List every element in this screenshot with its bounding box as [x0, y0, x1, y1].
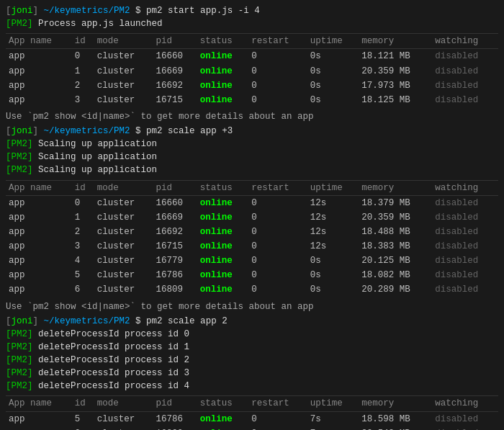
hint-1: Use `pm2 show <id|name>` to get more det… [6, 110, 498, 123]
th-id-1: id [72, 34, 94, 49]
table-row: app2cluster16692online00s17.973 MBdisabl… [6, 79, 498, 93]
th-watching-1: watching [432, 34, 498, 49]
table-2: App name id mode pid status restart upti… [6, 180, 498, 297]
th-uptime-1: uptime [307, 34, 359, 49]
bracket-open-2: [ [6, 126, 12, 136]
cmd-2: $ pm2 scale app +3 [135, 126, 233, 136]
section-2: [joni] ~/keymetrics/PM2 $ pm2 scale app … [6, 125, 498, 313]
prompt-line-2: [joni] ~/keymetrics/PM2 $ pm2 scale app … [6, 125, 498, 138]
output-3-line-1: [PM2] deleteProcessId process id 0 [6, 328, 498, 341]
th-appname-3: App name [6, 396, 72, 411]
th-watching-2: watching [432, 180, 498, 195]
hint-2: Use `pm2 show <id|name>` to get more det… [6, 300, 498, 313]
th-restart-1: restart [248, 34, 307, 49]
table-1-header-row: App name id mode pid status restart upti… [6, 34, 498, 49]
terminal-window: [joni] ~/keymetrics/PM2 $ pm2 start app.… [6, 4, 498, 430]
pm2-tag-1: [PM2] [6, 19, 33, 29]
th-mode-3: mode [94, 396, 153, 411]
table-row: app2cluster16692online012s18.488 MBdisab… [6, 225, 498, 239]
prompt-line-1: [joni] ~/keymetrics/PM2 $ pm2 start app.… [6, 4, 498, 17]
output-2-line-1: [PM2] Scaling up application [6, 138, 498, 151]
table-2-header-row: App name id mode pid status restart upti… [6, 180, 498, 195]
bracket-close-1: ] [33, 6, 39, 16]
section-1: [joni] ~/keymetrics/PM2 $ pm2 start app.… [6, 4, 498, 123]
table-row: app5cluster16786online00s18.082 MBdisabl… [6, 268, 498, 282]
table-2-wrapper: App name id mode pid status restart upti… [6, 180, 498, 297]
th-memory-2: memory [359, 180, 432, 195]
table-3: App name id mode pid status restart upti… [6, 395, 498, 430]
table-row: app6cluster16809online07s20.543 MBdisabl… [6, 426, 498, 430]
output-3-line-3: [PM2] deleteProcessId process id 2 [6, 354, 498, 367]
th-status-1: status [197, 34, 249, 49]
table-row: app0cluster16660online00s18.121 MBdisabl… [6, 49, 498, 64]
output-text-1: Process app.js launched [38, 19, 163, 29]
bracket-close-2: ] [33, 126, 39, 136]
table-row: app3cluster16715online00s18.125 MBdisabl… [6, 93, 498, 107]
bracket-open-1: [ [6, 6, 12, 16]
th-memory-1: memory [359, 34, 432, 49]
th-status-3: status [197, 396, 249, 411]
th-id-2: id [72, 180, 94, 195]
prompt-line-3: [joni] ~/keymetrics/PM2 $ pm2 scale app … [6, 315, 498, 328]
th-appname-2: App name [6, 180, 72, 195]
table-row: app1cluster16669online012s20.359 MBdisab… [6, 210, 498, 225]
th-id-3: id [72, 396, 94, 411]
output-3-line-5: [PM2] deleteProcessId process id 4 [6, 380, 498, 393]
cmd-3: $ pm2 scale app 2 [135, 316, 228, 326]
th-status-2: status [197, 180, 249, 195]
output-3-line-2: [PM2] deleteProcessId process id 1 [6, 341, 498, 354]
output-2-line-2: [PM2] Scaling up application [6, 151, 498, 164]
table-1-wrapper: App name id mode pid status restart upti… [6, 33, 498, 107]
th-uptime-2: uptime [307, 180, 359, 195]
th-pid-1: pid [153, 34, 197, 49]
th-restart-3: restart [248, 396, 307, 411]
table-1: App name id mode pid status restart upti… [6, 33, 498, 107]
th-mode-1: mode [94, 34, 153, 49]
prompt-path-2: ~/keymetrics/PM2 [44, 126, 130, 136]
prompt-user-3: joni [12, 316, 33, 326]
th-appname-1: App name [6, 34, 72, 49]
th-pid-3: pid [153, 396, 197, 411]
cmd-1: $ pm2 start app.js -i 4 [135, 6, 260, 16]
table-row: app4cluster16779online00s20.125 MBdisabl… [6, 254, 498, 268]
output-2-line-3: [PM2] Scaling up application [6, 164, 498, 176]
output-3-line-4: [PM2] deleteProcessId process id 3 [6, 367, 498, 380]
table-row: app5cluster16786online07s18.598 MBdisabl… [6, 411, 498, 426]
table-3-header-row: App name id mode pid status restart upti… [6, 396, 498, 411]
prompt-user-2: joni [12, 126, 33, 136]
output-1-line-1: [PM2] Process app.js launched [6, 17, 498, 30]
table-row: app6cluster16809online00s20.289 MBdisabl… [6, 282, 498, 297]
th-mode-2: mode [94, 180, 153, 195]
table-row: app0cluster16660online012s18.379 MBdisab… [6, 195, 498, 210]
th-watching-3: watching [432, 396, 498, 411]
th-memory-3: memory [359, 396, 432, 411]
section-3: [joni] ~/keymetrics/PM2 $ pm2 scale app … [6, 315, 498, 430]
table-row: app1cluster16669online00s20.359 MBdisabl… [6, 64, 498, 79]
prompt-path-3: ~/keymetrics/PM2 [44, 316, 130, 326]
table-3-wrapper: App name id mode pid status restart upti… [6, 395, 498, 430]
table-row: app3cluster16715online012s18.383 MBdisab… [6, 239, 498, 254]
th-pid-2: pid [153, 180, 197, 195]
prompt-path-1: ~/keymetrics/PM2 [44, 6, 130, 16]
bracket-open-3: [ [6, 316, 12, 326]
bracket-close-3: ] [33, 316, 39, 326]
th-uptime-3: uptime [307, 396, 359, 411]
th-restart-2: restart [248, 180, 307, 195]
prompt-user-1: joni [12, 6, 33, 16]
